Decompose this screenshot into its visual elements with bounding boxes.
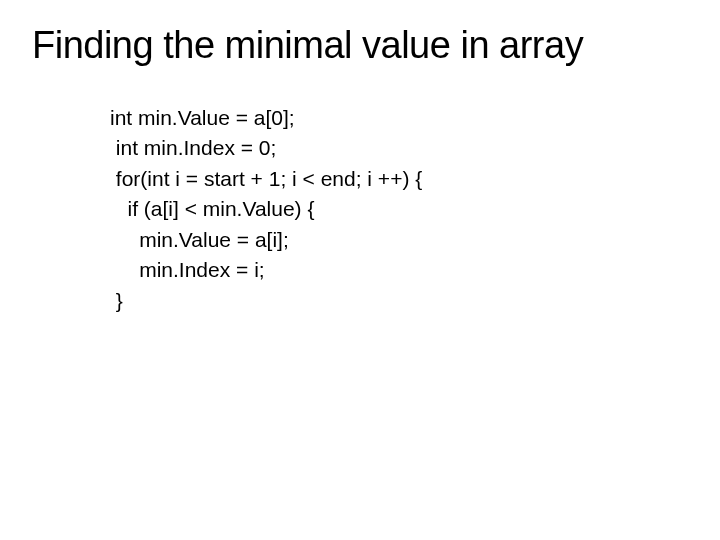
code-line: if (a[i] < min.Value) {	[110, 194, 688, 224]
code-line: for(int i = start + 1; i < end; i ++) {	[110, 164, 688, 194]
code-line: min.Value = a[i];	[110, 225, 688, 255]
slide-title: Finding the minimal value in array	[32, 24, 688, 67]
code-line: }	[110, 286, 688, 316]
code-line: min.Index = i;	[110, 255, 688, 285]
code-block: int min.Value = a[0]; int min.Index = 0;…	[32, 103, 688, 316]
code-line: int min.Value = a[0];	[110, 103, 688, 133]
code-line: int min.Index = 0;	[110, 133, 688, 163]
slide-container: Finding the minimal value in array int m…	[0, 0, 720, 540]
